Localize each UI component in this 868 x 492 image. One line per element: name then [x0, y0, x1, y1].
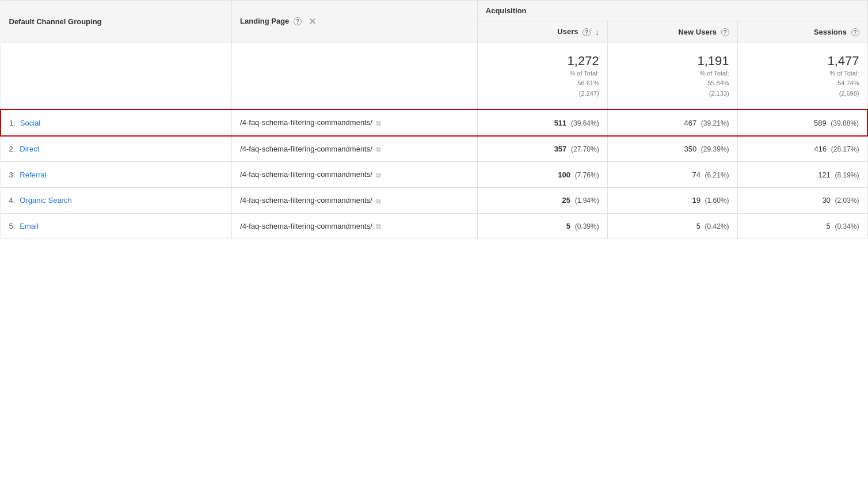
table-row: 2.Direct/4-faq-schema-filtering-command­…	[1, 136, 867, 162]
sessions-value: 121	[818, 171, 831, 179]
sessions-value: 416	[814, 145, 827, 153]
newusers-pct: (1.60%)	[705, 196, 729, 205]
table-row: 5.Email/4-faq-schema-filtering-command­m…	[1, 213, 867, 239]
landing-close-icon[interactable]: ✕	[309, 16, 316, 27]
copy-icon[interactable]: ⧉	[376, 197, 381, 205]
sessions-pct: (2.03%)	[835, 196, 859, 205]
users-col-header: Users	[557, 27, 578, 36]
totals-row: 1,272 % of Total: 56.61% (2,247) 1,191 %…	[1, 43, 867, 109]
copy-icon[interactable]: ⧉	[376, 171, 381, 179]
newusers-value: 5	[696, 222, 701, 230]
sessions-value: 30	[822, 196, 830, 205]
sessions-value: 5	[827, 222, 831, 230]
newusers-help-icon[interactable]: ?	[721, 28, 729, 36]
copy-icon[interactable]: ⧉	[376, 119, 381, 127]
landing-page-value: /4-faq-schema-filtering-command­ments/	[240, 196, 372, 205]
channel-header: Default Channel Grouping	[9, 17, 102, 26]
users-sort-icon[interactable]: ↓	[595, 28, 599, 37]
users-value: 357	[554, 145, 567, 153]
newusers-value: 350	[684, 145, 697, 153]
users-value: 511	[554, 119, 567, 127]
sessions-col-header: Sessions	[814, 28, 847, 36]
newusers-pct: (0.42%)	[705, 222, 729, 230]
users-value: 5	[566, 222, 570, 230]
table-row: 1.Social/4-faq-schema-filtering-command­…	[1, 109, 867, 136]
total-users-sub: % of Total: 56.61% (2,247)	[486, 69, 599, 99]
newusers-value: 74	[692, 171, 700, 179]
landing-page-value: /4-faq-schema-filtering-command­ments/	[240, 170, 372, 179]
users-pct: (0.39%)	[575, 222, 599, 230]
newusers-pct: (29.39%)	[701, 145, 729, 153]
row-num: 1.	[9, 119, 16, 127]
sessions-help-icon[interactable]: ?	[851, 28, 859, 36]
total-newusers-value: 1,191	[616, 54, 729, 69]
row-num: 5.	[9, 222, 16, 230]
total-users-value: 1,272	[486, 54, 599, 69]
channel-link[interactable]: Social	[20, 119, 40, 127]
newusers-value: 467	[684, 119, 697, 127]
row-num: 3.	[9, 171, 16, 179]
acquisition-label: Acquisition	[486, 6, 527, 15]
channel-link[interactable]: Organic Search	[20, 196, 71, 205]
newusers-value: 19	[692, 196, 700, 205]
sessions-value: 589	[814, 119, 827, 127]
row-num: 4.	[9, 196, 16, 205]
newusers-pct: (39.21%)	[701, 119, 729, 127]
users-pct: (27.70%)	[571, 145, 599, 153]
users-help-icon[interactable]: ?	[583, 28, 591, 36]
sessions-pct: (0.34%)	[835, 222, 859, 230]
landing-header: Landing Page	[240, 17, 289, 25]
channel-link[interactable]: Email	[20, 222, 39, 230]
sessions-pct: (39.88%)	[831, 119, 859, 127]
row-num: 2.	[9, 145, 16, 153]
landing-page-value: /4-faq-schema-filtering-command­ments/	[240, 118, 372, 127]
landing-page-value: /4-faq-schema-filtering-command­ments/	[240, 222, 372, 230]
users-pct: (1.94%)	[575, 196, 599, 205]
copy-icon[interactable]: ⧉	[376, 222, 381, 230]
table-row: 4.Organic Search/4-faq-schema-filtering-…	[1, 188, 867, 214]
newusers-pct: (6.21%)	[705, 171, 729, 179]
users-pct: (39.64%)	[571, 119, 599, 127]
sessions-pct: (8.19%)	[835, 171, 859, 179]
users-value: 25	[562, 196, 570, 205]
landing-help-icon[interactable]: ?	[294, 17, 302, 25]
newusers-col-header: New Users	[678, 28, 716, 36]
total-sessions-value: 1,477	[746, 54, 859, 69]
landing-page-value: /4-faq-schema-filtering-command­ments/	[240, 145, 372, 153]
sessions-pct: (28.17%)	[831, 145, 859, 153]
total-newusers-sub: % of Total: 55.84% (2,133)	[616, 69, 729, 99]
copy-icon[interactable]: ⧉	[376, 145, 381, 153]
channel-link[interactable]: Direct	[20, 145, 39, 153]
users-value: 100	[558, 171, 570, 179]
users-pct: (7.76%)	[575, 171, 599, 179]
table-row: 3.Referral/4-faq-schema-filtering-comman…	[1, 162, 867, 188]
total-sessions-sub: % of Total: 54.74% (2,698)	[746, 69, 859, 99]
channel-link[interactable]: Referral	[20, 171, 46, 179]
